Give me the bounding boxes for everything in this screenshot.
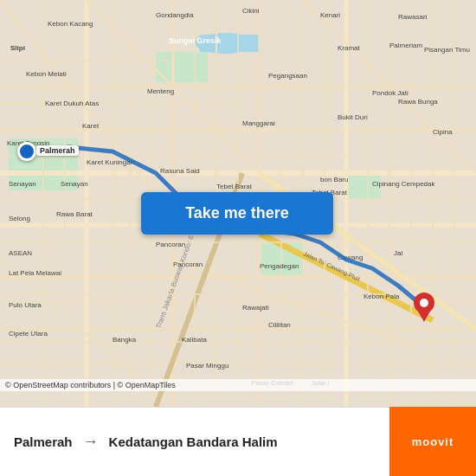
svg-text:Cikini: Cikini <box>242 7 260 15</box>
svg-text:Kebon Melati: Kebon Melati <box>26 70 67 78</box>
svg-text:Manggarai: Manggarai <box>242 119 275 127</box>
svg-text:Rawa Barat: Rawa Barat <box>56 210 93 218</box>
arrow-icon: → <box>83 433 99 451</box>
moovit-logo: moovit <box>389 407 476 476</box>
svg-text:Senayan: Senayan <box>61 180 88 188</box>
destination-pin <box>412 291 436 322</box>
svg-text:Kebon Kacang: Kebon Kacang <box>48 20 93 28</box>
svg-text:bon Baru: bon Baru <box>320 176 348 183</box>
svg-text:Tebet Barat: Tebet Barat <box>216 183 253 190</box>
app: Trans Jakarta Busway Koridor 6 Jalan Tol… <box>0 0 476 476</box>
svg-text:Pancoran: Pancoran <box>173 261 203 268</box>
destination-label: Kedatangan Bandara Halim <box>109 434 278 449</box>
origin-map-label: Palmerah <box>36 145 79 156</box>
svg-text:Palmeriam: Palmeriam <box>389 42 423 49</box>
map-attribution: © OpenStreetMap contributors | © OpenMap… <box>0 379 476 391</box>
svg-text:Karet Dukuh Atas: Karet Dukuh Atas <box>45 100 99 107</box>
svg-point-104 <box>420 299 428 307</box>
svg-text:Pulo Utara: Pulo Utara <box>9 301 42 309</box>
svg-text:Cipina: Cipina <box>433 128 453 136</box>
svg-text:Pancoran: Pancoran <box>156 241 185 248</box>
take-me-there-button[interactable]: Take me there <box>141 192 333 235</box>
svg-text:Rawa Bunga: Rawa Bunga <box>398 98 438 106</box>
svg-text:Rawasari: Rawasari <box>398 13 428 21</box>
svg-text:Cililitan: Cililitan <box>268 321 291 329</box>
svg-text:Sungai Gresik: Sungai Gresik <box>169 36 222 45</box>
svg-text:Cipinang Cempedak: Cipinang Cempedak <box>372 180 435 188</box>
svg-text:Kebon Pala: Kebon Pala <box>363 293 400 300</box>
origin-pin <box>17 142 36 161</box>
svg-text:Pegangsaan: Pegangsaan <box>268 72 307 80</box>
bottom-bar: Palmerah → Kedatangan Bandara Halim moov… <box>0 407 476 476</box>
svg-text:Karet Kuningan: Karet Kuningan <box>87 158 134 166</box>
svg-text:Gondangdia: Gondangdia <box>156 11 194 19</box>
moovit-text: moovit <box>412 435 454 448</box>
svg-marker-103 <box>417 310 431 322</box>
svg-text:Pondok Jati: Pondok Jati <box>372 89 408 97</box>
svg-text:Pengadegan: Pengadegan <box>260 262 299 270</box>
svg-text:Bukit Duri: Bukit Duri <box>338 113 368 121</box>
svg-text:Lat Pela Melawai: Lat Pela Melawai <box>9 269 61 277</box>
svg-text:Menteng: Menteng <box>147 87 174 95</box>
svg-text:Pisangan Timu: Pisangan Timu <box>424 46 470 54</box>
map-container: Trans Jakarta Busway Koridor 6 Jalan Tol… <box>0 0 476 407</box>
svg-text:Kramat: Kramat <box>338 44 361 52</box>
origin-label: Palmerah <box>14 434 73 449</box>
svg-text:Bangka: Bangka <box>113 336 137 344</box>
svg-text:Rasuna Said: Rasuna Said <box>160 167 200 175</box>
svg-text:Cipete Utara: Cipete Utara <box>9 330 48 338</box>
svg-text:Rawajati: Rawajati <box>242 304 269 312</box>
svg-text:Pasar Minggu: Pasar Minggu <box>186 362 228 370</box>
svg-text:Selong: Selong <box>9 215 30 222</box>
svg-text:Slipi: Slipi <box>10 44 25 52</box>
take-me-there-label: Take me there <box>185 204 289 222</box>
svg-text:ASEAN: ASEAN <box>9 249 32 257</box>
svg-text:Karet: Karet <box>82 122 100 130</box>
svg-text:Kenari: Kenari <box>320 11 340 19</box>
svg-text:Cawang: Cawang <box>338 254 363 261</box>
svg-text:Kalibata: Kalibata <box>182 336 207 344</box>
svg-text:Senayan: Senayan <box>9 180 36 188</box>
svg-text:Jal: Jal <box>394 249 402 257</box>
